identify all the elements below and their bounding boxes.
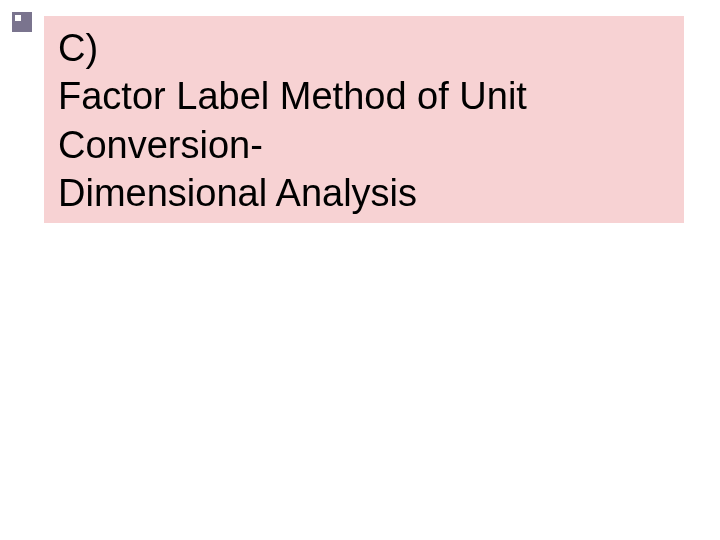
- title-line-3: Dimensional Analysis: [58, 172, 417, 214]
- title-bullet-icon: [12, 12, 32, 32]
- title-line-2: Conversion-: [58, 124, 263, 166]
- heading-label: C): [58, 27, 98, 69]
- title-line-1: Factor Label Method of Unit: [58, 75, 527, 117]
- title-container: C) Factor Label Method of Unit Conversio…: [44, 16, 684, 223]
- title-text-block: C) Factor Label Method of Unit Conversio…: [58, 24, 670, 217]
